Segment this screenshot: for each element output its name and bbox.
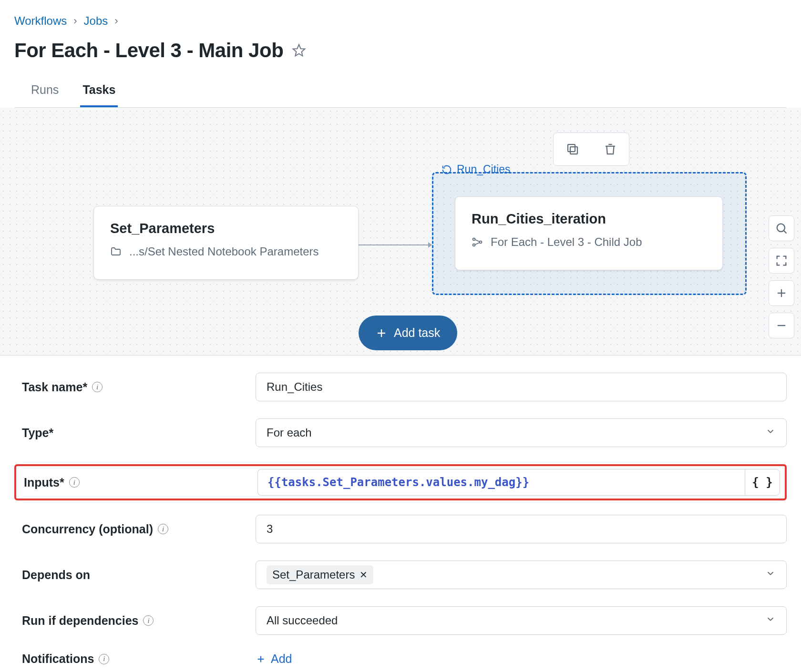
svg-point-6 <box>473 244 475 246</box>
svg-point-7 <box>480 241 482 244</box>
zoom-out-button[interactable] <box>769 313 794 338</box>
zoom-in-button[interactable] <box>769 280 794 306</box>
fit-screen-button[interactable] <box>769 248 794 274</box>
chevron-down-icon <box>765 614 776 627</box>
expand-icon <box>775 254 788 267</box>
folder-icon <box>110 246 122 257</box>
info-icon[interactable]: i <box>99 654 109 664</box>
task-name-input[interactable]: Run_Cities <box>256 373 787 401</box>
info-icon[interactable]: i <box>92 382 103 392</box>
task-node-subtitle: For Each - Level 3 - Child Job <box>491 235 642 249</box>
svg-line-11 <box>784 231 787 234</box>
depends-on-select[interactable]: Set_Parameters ✕ <box>256 560 787 589</box>
plus-icon <box>775 286 788 300</box>
svg-marker-0 <box>293 45 305 56</box>
breadcrumb-jobs-link[interactable]: Jobs <box>84 14 108 28</box>
inputs-field[interactable]: {{tasks.Set_Parameters.values.my_dag}} <box>257 469 745 496</box>
svg-point-10 <box>777 224 785 232</box>
chevron-down-icon <box>765 568 776 581</box>
tabs: Runs Tasks <box>14 78 787 108</box>
run-if-select[interactable]: All succeeded <box>256 606 787 635</box>
chevron-right-icon: › <box>114 15 118 27</box>
concurrency-input[interactable]: 3 <box>256 515 787 543</box>
breadcrumb: Workflows › Jobs › <box>14 14 787 28</box>
info-icon[interactable]: i <box>158 524 168 534</box>
breadcrumb-workflows-link[interactable]: Workflows <box>14 14 67 28</box>
task-node-title: Set_Parameters <box>110 221 342 236</box>
chevron-right-icon: › <box>73 15 77 27</box>
chevron-down-icon <box>765 426 776 439</box>
task-form: Task name* i Run_Cities Type* For each <box>0 356 801 672</box>
task-node-run-cities-iteration[interactable]: Run_Cities_iteration For Each - Level 3 … <box>455 196 723 270</box>
svg-point-5 <box>473 238 475 241</box>
add-notification-button[interactable]: Add <box>256 652 787 666</box>
zoom-controls <box>769 215 794 338</box>
inputs-row-highlight: Inputs* i {{tasks.Set_Parameters.values.… <box>14 464 787 500</box>
svg-rect-2 <box>568 144 575 152</box>
page-title: For Each - Level 3 - Main Job <box>14 39 283 62</box>
star-icon[interactable] <box>292 43 306 58</box>
zoom-search-button[interactable] <box>769 215 794 241</box>
task-connector <box>359 241 432 249</box>
info-icon[interactable]: i <box>69 477 80 488</box>
task-name-label: Task name* i <box>22 380 246 394</box>
concurrency-label: Concurrency (optional) i <box>22 522 246 536</box>
tab-runs[interactable]: Runs <box>29 78 61 107</box>
tab-tasks[interactable]: Tasks <box>80 78 118 107</box>
add-task-button[interactable]: Add task <box>359 316 457 350</box>
plus-icon <box>376 327 387 339</box>
task-node-subtitle: ...s/Set Nested Notebook Parameters <box>129 245 319 258</box>
search-icon <box>775 222 788 235</box>
svg-rect-1 <box>570 147 577 154</box>
chip-remove-icon[interactable]: ✕ <box>359 569 368 580</box>
inputs-label: Inputs* i <box>16 476 248 489</box>
type-label: Type* <box>22 426 246 440</box>
depends-on-chip: Set_Parameters ✕ <box>267 565 373 584</box>
copy-icon[interactable] <box>565 142 580 156</box>
plus-icon <box>256 654 266 664</box>
info-icon[interactable]: i <box>143 615 154 626</box>
task-node-set-parameters[interactable]: Set_Parameters ...s/Set Nested Notebook … <box>93 206 359 280</box>
notifications-label: Notifications i <box>22 652 246 666</box>
svg-marker-4 <box>428 242 432 248</box>
depends-on-label: Depends on <box>22 568 246 582</box>
run-if-label: Run if dependencies i <box>22 614 246 628</box>
workflow-icon <box>472 236 483 248</box>
trash-icon[interactable] <box>603 142 617 156</box>
type-select[interactable]: For each <box>256 418 787 447</box>
add-task-label: Add task <box>394 326 440 340</box>
minus-icon <box>775 319 788 332</box>
task-node-title: Run_Cities_iteration <box>472 211 706 227</box>
inputs-brace-button[interactable]: { } <box>745 469 780 496</box>
task-graph-canvas[interactable]: Run_Cities Set_Parameters ...s/Set Neste… <box>0 108 801 356</box>
node-toolbar <box>553 132 629 166</box>
